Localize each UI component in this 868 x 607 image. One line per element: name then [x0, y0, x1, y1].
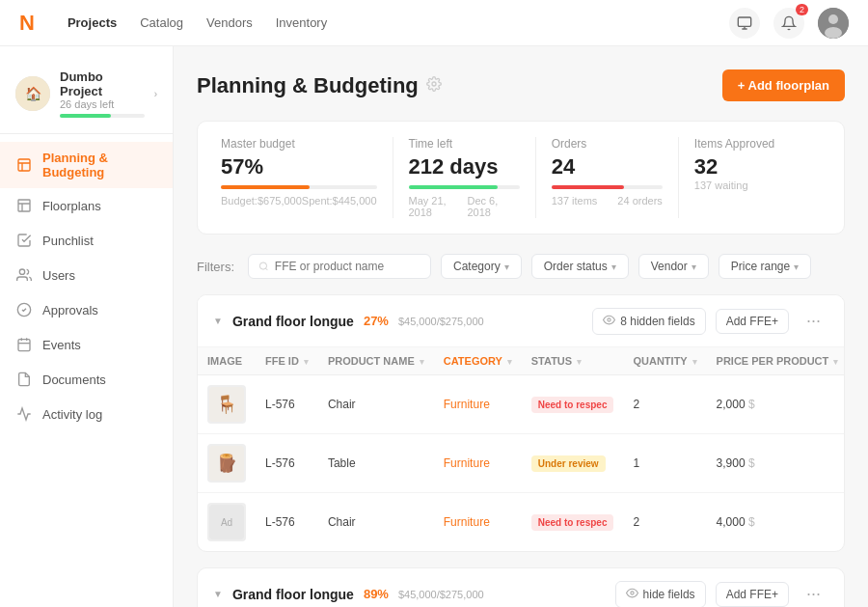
svg-point-14 [432, 82, 436, 86]
sidebar-item-punchlist[interactable]: Punchlist [0, 223, 173, 258]
stat-approved-value: 32 [694, 154, 805, 179]
project-chevron[interactable]: › [154, 89, 157, 99]
cell-quantity: 2 [623, 493, 706, 552]
nav-icons: 2 [729, 8, 849, 39]
svg-line-16 [265, 268, 267, 270]
chevron-down-icon: ▾ [611, 262, 616, 272]
add-ffe-button-2[interactable]: Add FFE+ [716, 582, 789, 607]
section-2-header: ▼ Grand floor longue 89% $45,000/$275,00… [198, 568, 844, 607]
filter-vendor-button[interactable]: Vendor ▾ [638, 254, 709, 279]
section-1-toggle[interactable]: ▼ [213, 316, 223, 326]
col-category[interactable]: CATEGORY ▾ [434, 347, 522, 375]
sidebar-item-events[interactable]: Events [0, 327, 173, 362]
col-product-name: PRODUCT NAME ▾ [318, 347, 434, 375]
dollar-icon: $ [748, 398, 755, 411]
settings-icon[interactable] [426, 76, 442, 95]
floorplans-icon [15, 197, 33, 214]
more-options-button-2[interactable]: ··· [799, 580, 828, 607]
hide-fields-label-2: hide fields [643, 588, 695, 601]
svg-point-24 [630, 591, 633, 593]
sidebar-item-documents-label: Documents [42, 372, 106, 387]
stat-approved-label: Items Approved [694, 137, 805, 151]
sidebar-item-planning-label: Planning & Budgeting [42, 151, 157, 179]
sidebar-item-planning[interactable]: Planning & Budgeting [0, 142, 173, 188]
svg-rect-10 [18, 340, 30, 351]
cell-category[interactable]: Furniture [444, 515, 490, 529]
top-nav: N Projects Catalog Vendors Inventory 2 [0, 0, 868, 46]
nav-inventory[interactable]: Inventory [276, 15, 327, 30]
filter-category-button[interactable]: Category ▾ [441, 254, 522, 279]
stat-approved-sub-left: 137 waiting [694, 179, 748, 191]
user-avatar[interactable] [818, 8, 849, 39]
cell-category[interactable]: Furniture [444, 456, 490, 470]
section-2: ▼ Grand floor longue 89% $45,000/$275,00… [197, 567, 845, 607]
hide-fields-button-2[interactable]: hide fields [615, 581, 706, 608]
table-row: Ad L-576 Chair Furniture Need to respec … [198, 493, 844, 552]
svg-point-17 [608, 317, 610, 320]
events-icon [15, 336, 33, 353]
users-icon [15, 266, 33, 284]
add-floorplan-button[interactable]: + Add floorplan [722, 69, 845, 101]
cell-ffe-id: L-576 [256, 493, 318, 552]
section-2-toggle[interactable]: ▼ [213, 589, 223, 599]
sidebar-item-approvals[interactable]: Approvals [0, 292, 173, 327]
svg-point-15 [259, 262, 266, 269]
section-1-table-wrap: IMAGE FFE ID ▾ PRODUCT NAME ▾ CATEGORY ▾… [198, 347, 844, 551]
section-1-pct: 27% [364, 314, 389, 328]
stat-time-sub-right: Dec 6, 2018 [467, 195, 519, 218]
nav-projects[interactable]: Projects [68, 15, 117, 30]
cell-category[interactable]: Furniture [444, 398, 490, 411]
project-days: 26 days left [60, 98, 145, 110]
stat-orders-label: Orders [552, 137, 663, 151]
status-badge: Need to respec [531, 397, 614, 413]
search-input[interactable] [275, 260, 420, 273]
stat-orders-sub-left: 137 items [552, 195, 598, 207]
chevron-down-icon: ▾ [504, 262, 509, 272]
sidebar-item-floorplans[interactable]: Floorplans [0, 188, 173, 223]
col-ffe-id: FFE ID ▾ [256, 347, 318, 375]
stat-time-left: Time left 212 days May 21, 2018 Dec 6, 2… [393, 137, 536, 218]
notification-icon-btn[interactable]: 2 [773, 8, 804, 39]
cell-product-name: Table [318, 434, 434, 493]
cell-quantity: 2 [623, 375, 706, 434]
product-image: Ad [207, 503, 246, 541]
filter-order-status-button[interactable]: Order status ▾ [531, 254, 629, 279]
svg-text:🪑: 🪑 [216, 394, 238, 415]
svg-rect-0 [738, 17, 750, 26]
more-options-button-1[interactable]: ··· [799, 307, 828, 335]
stat-orders: Orders 24 137 items 24 orders [536, 137, 679, 218]
stat-master-budget-label: Master budget [221, 137, 377, 151]
filter-price-range-button[interactable]: Price range ▾ [719, 254, 811, 279]
hidden-fields-label: 8 hidden fields [620, 315, 694, 328]
sidebar-item-users[interactable]: Users [0, 258, 173, 292]
add-ffe-button-1[interactable]: Add FFE+ [716, 309, 789, 334]
hidden-fields-button[interactable]: 8 hidden fields [592, 308, 705, 335]
sidebar-item-events-label: Events [42, 338, 81, 352]
col-quantity: QUANTITY ▾ [623, 347, 706, 375]
sidebar-item-users-label: Users [42, 268, 75, 283]
dollar-icon: $ [748, 456, 755, 470]
nav-vendors[interactable]: Vendors [206, 15, 253, 30]
stat-orders-fill [552, 185, 624, 189]
cell-price: 3,900 $ [707, 434, 844, 493]
main-content: Planning & Budgeting + Add floorplan Mas… [174, 46, 868, 607]
svg-rect-6 [18, 159, 30, 171]
sidebar-item-activity[interactable]: Activity log [0, 397, 173, 431]
col-status: STATUS ▾ [522, 347, 624, 375]
screen-icon-btn[interactable] [729, 8, 760, 39]
sidebar-item-documents[interactable]: Documents [0, 362, 173, 397]
stat-orders-sub: 137 items 24 orders [552, 195, 663, 207]
filters-label: Filters: [197, 260, 234, 274]
status-badge: Under review [531, 455, 606, 472]
svg-rect-7 [18, 200, 30, 211]
sidebar-item-activity-label: Activity log [42, 407, 102, 422]
section-1-table: IMAGE FFE ID ▾ PRODUCT NAME ▾ CATEGORY ▾… [198, 347, 844, 551]
stat-budget-sub-right: Spent:$445,000 [302, 195, 377, 207]
stat-time-bar [409, 185, 520, 189]
documents-icon [15, 371, 33, 388]
cell-product-name: Chair [318, 375, 434, 434]
stat-budget-sub-left: Budget:$675,000 [221, 195, 302, 207]
search-box[interactable] [248, 254, 431, 279]
nav-catalog[interactable]: Catalog [140, 15, 183, 30]
approvals-icon [15, 301, 33, 318]
